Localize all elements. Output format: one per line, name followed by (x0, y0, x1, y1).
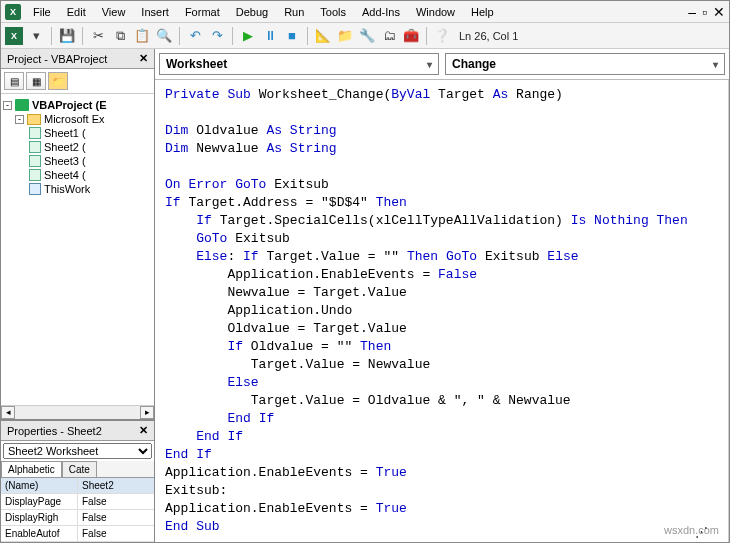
project-panel-title: Project - VBAProject ✕ (1, 49, 154, 69)
redo-icon[interactable]: ↷ (208, 27, 226, 45)
close-icon[interactable]: ✕ (139, 424, 148, 437)
window-controls: – ▫ ✕ (688, 4, 725, 20)
properties-panel-title: Properties - Sheet2 ✕ (1, 421, 154, 441)
tab-categorized[interactable]: Cate (62, 461, 97, 477)
menu-bar: X FileEditViewInsertFormatDebugRunToolsA… (1, 1, 729, 23)
design-icon[interactable]: 📐 (314, 27, 332, 45)
save-icon[interactable]: 💾 (58, 27, 76, 45)
menu-debug[interactable]: Debug (228, 4, 276, 20)
menu-view[interactable]: View (94, 4, 134, 20)
view-object-icon[interactable]: ▦ (26, 72, 46, 90)
restore-button[interactable]: ▫ (702, 4, 707, 20)
property-row[interactable]: (Name)Sheet2 (1, 478, 154, 494)
cut-icon[interactable]: ✂ (89, 27, 107, 45)
close-button[interactable]: ✕ (713, 4, 725, 20)
menu-window[interactable]: Window (408, 4, 463, 20)
menu-file[interactable]: File (25, 4, 59, 20)
property-row[interactable]: EnableAutofFalse (1, 526, 154, 542)
tree-folder: -Microsoft Ex (3, 112, 152, 126)
procedure-dropdown[interactable]: Change▾ (445, 53, 725, 75)
toggle-folders-icon[interactable]: 📁 (48, 72, 68, 90)
toolbar: X ▾ 💾 ✂ ⧉ 📋 🔍 ↶ ↷ ▶ ⏸ ■ 📐 📁 🔧 🗂 🧰 ❔ Ln 2… (1, 23, 729, 49)
menu-help[interactable]: Help (463, 4, 502, 20)
view-code-icon[interactable]: ▤ (4, 72, 24, 90)
chevron-down-icon: ▾ (713, 59, 718, 70)
toolbox-icon[interactable]: 🧰 (402, 27, 420, 45)
copy-icon[interactable]: ⧉ (111, 27, 129, 45)
excel-icon[interactable]: X (5, 27, 23, 45)
find-icon[interactable]: 🔍 (155, 27, 173, 45)
chevron-down-icon: ▾ (427, 59, 432, 70)
scroll-left-icon[interactable]: ◂ (1, 406, 15, 419)
dropdown-icon[interactable]: ▾ (27, 27, 45, 45)
run-icon[interactable]: ▶ (239, 27, 257, 45)
tab-alphabetic[interactable]: Alphabetic (1, 461, 62, 477)
menu-format[interactable]: Format (177, 4, 228, 20)
project-icon[interactable]: 📁 (336, 27, 354, 45)
close-icon[interactable]: ✕ (139, 52, 148, 65)
tree-sheet[interactable]: Sheet4 ( (3, 168, 152, 182)
object-dropdown[interactable]: Worksheet▾ (159, 53, 439, 75)
resize-grip[interactable]: ⋰ (695, 524, 708, 539)
tree-sheet[interactable]: Sheet3 ( (3, 154, 152, 168)
menu-tools[interactable]: Tools (312, 4, 354, 20)
minimize-button[interactable]: – (688, 4, 696, 20)
tree-project: -VBAProject (E (3, 98, 152, 112)
property-row[interactable]: DisplayPageFalse (1, 494, 154, 510)
scroll-right-icon[interactable]: ▸ (140, 406, 154, 419)
watermark: wsxdn.com (664, 524, 719, 536)
properties-icon[interactable]: 🔧 (358, 27, 376, 45)
menu-edit[interactable]: Edit (59, 4, 94, 20)
pause-icon[interactable]: ⏸ (261, 27, 279, 45)
undo-icon[interactable]: ↶ (186, 27, 204, 45)
menu-run[interactable]: Run (276, 4, 312, 20)
object-icon[interactable]: 🗂 (380, 27, 398, 45)
app-icon: X (5, 4, 21, 20)
help-icon[interactable]: ❔ (433, 27, 451, 45)
object-selector[interactable]: Sheet2 Worksheet (3, 443, 152, 459)
code-editor[interactable]: Private Sub Worksheet_Change(ByVal Targe… (155, 80, 729, 542)
tree-workbook: ThisWork (3, 182, 152, 196)
tree-sheet[interactable]: Sheet1 ( (3, 126, 152, 140)
tree-sheet[interactable]: Sheet2 ( (3, 140, 152, 154)
menu-insert[interactable]: Insert (133, 4, 177, 20)
project-tree[interactable]: -VBAProject (E -Microsoft Ex Sheet1 (She… (1, 94, 154, 405)
cursor-position: Ln 26, Col 1 (455, 30, 522, 42)
paste-icon[interactable]: 📋 (133, 27, 151, 45)
stop-icon[interactable]: ■ (283, 27, 301, 45)
menu-add-ins[interactable]: Add-Ins (354, 4, 408, 20)
property-row[interactable]: DisplayRighFalse (1, 510, 154, 526)
